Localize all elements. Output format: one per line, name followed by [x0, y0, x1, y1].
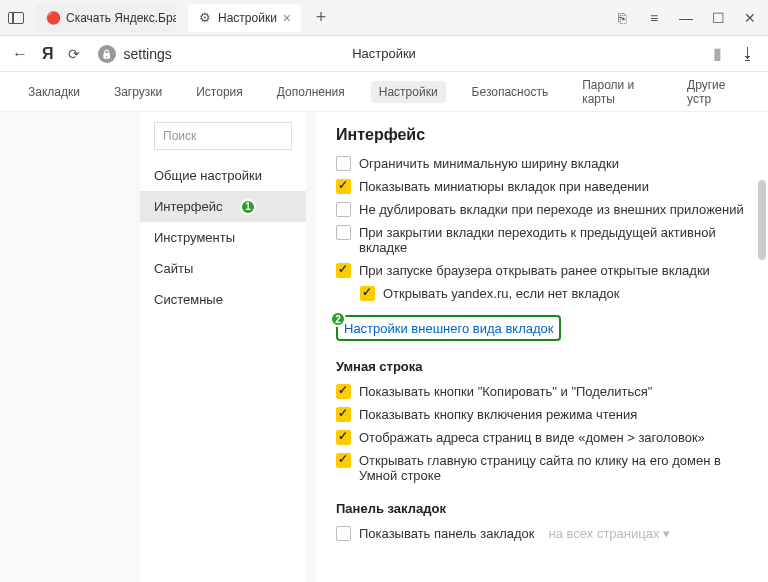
option-label: Показывать кнопки "Копировать" и "Подели… [359, 384, 652, 399]
window-minimize-button[interactable]: — [676, 8, 696, 28]
option-row: При запуске браузера открывать ранее отк… [336, 263, 748, 278]
option-row: Показывать кнопки "Копировать" и "Подели… [336, 384, 748, 399]
option-row: Показывать кнопку включения режима чтени… [336, 407, 748, 422]
option-label: Показывать кнопку включения режима чтени… [359, 407, 637, 422]
option-row: Показывать панель закладок на всех стран… [336, 526, 748, 541]
url-input[interactable]: settings Настройки ▮ [94, 44, 727, 63]
sidebar-item-general[interactable]: Общие настройки [140, 160, 306, 191]
option-label: Открывать главную страницу сайта по клик… [359, 453, 748, 483]
reader-icon[interactable]: ⎘ [612, 8, 632, 28]
option-row: Не дублировать вкладки при переходе из в… [336, 202, 748, 217]
checkbox[interactable] [336, 430, 351, 445]
subnav-passwords[interactable]: Пароли и карты [574, 74, 661, 110]
reload-button[interactable]: ⟳ [68, 46, 80, 62]
window-maximize-button[interactable]: ☐ [708, 8, 728, 28]
settings-favicon [198, 11, 212, 25]
checkbox[interactable] [336, 179, 351, 194]
subnav-security[interactable]: Безопасность [464, 81, 557, 103]
option-row: Ограничить минимальную ширину вкладки [336, 156, 748, 171]
tab-label: Скачать Яндекс.Браузер д [66, 11, 176, 25]
content-area: Поиск Общие настройки Интерфейс 1 Инстру… [0, 112, 768, 582]
option-label: Показывать миниатюры вкладок при наведен… [359, 179, 649, 194]
url-text: settings [124, 46, 172, 62]
titlebar: 🔴 Скачать Яндекс.Браузер д Настройки × +… [0, 0, 768, 36]
option-label: Ограничить минимальную ширину вкладки [359, 156, 619, 171]
sidebar-item-sites[interactable]: Сайты [140, 253, 306, 284]
sidebar-item-interface[interactable]: Интерфейс 1 [140, 191, 306, 222]
option-label: Не дублировать вкладки при переходе из в… [359, 202, 744, 217]
option-row: Открывать yandex.ru, если нет вкладок [360, 286, 748, 301]
tab-1[interactable]: 🔴 Скачать Яндекс.Браузер д [36, 4, 176, 32]
option-label: Показывать панель закладок [359, 526, 535, 541]
panel-toggle-icon[interactable] [8, 12, 24, 24]
back-button[interactable]: ← [12, 45, 28, 63]
address-bar: ← Я ⟳ settings Настройки ▮ ⭳ [0, 36, 768, 72]
bookmark-icon[interactable]: ▮ [713, 44, 722, 63]
option-label: При запуске браузера открывать ранее отк… [359, 263, 710, 278]
subnav-downloads[interactable]: Загрузки [106, 81, 170, 103]
checkbox[interactable] [336, 384, 351, 399]
checkbox[interactable] [336, 225, 351, 240]
annotation-badge-1: 1 [240, 199, 256, 215]
annotation-badge-2: 2 [330, 311, 346, 327]
checkbox[interactable] [360, 286, 375, 301]
subnav-bookmarks[interactable]: Закладки [20, 81, 88, 103]
subnav-extensions[interactable]: Дополнения [269, 81, 353, 103]
tab-appearance-link[interactable]: Настройки внешнего вида вкладок [344, 321, 553, 336]
yandex-favicon: 🔴 [46, 11, 60, 25]
subnav-history[interactable]: История [188, 81, 251, 103]
option-row: Отображать адреса страниц в виде «домен … [336, 430, 748, 445]
sidebar-item-system[interactable]: Системные [140, 284, 306, 315]
checkbox[interactable] [336, 263, 351, 278]
subnav-settings[interactable]: Настройки [371, 81, 446, 103]
close-tab-icon[interactable]: × [283, 10, 291, 26]
subsection-title: Панель закладок [336, 501, 748, 516]
settings-sidebar: Поиск Общие настройки Интерфейс 1 Инстру… [140, 112, 306, 582]
settings-main: Интерфейс Ограничить минимальную ширину … [316, 112, 768, 582]
sidebar-item-tools[interactable]: Инструменты [140, 222, 306, 253]
new-tab-button[interactable]: + [309, 6, 333, 30]
highlighted-link: 2 Настройки внешнего вида вкладок [336, 315, 561, 341]
subsection-title: Умная строка [336, 359, 748, 374]
checkbox[interactable] [336, 526, 351, 541]
downloads-button[interactable]: ⭳ [740, 45, 756, 63]
page-title: Настройки [352, 46, 416, 61]
scrollbar-thumb[interactable] [758, 180, 766, 260]
tab-label: Настройки [218, 11, 277, 25]
tab-2[interactable]: Настройки × [188, 4, 301, 32]
menu-icon[interactable]: ≡ [644, 8, 664, 28]
option-label: Открывать yandex.ru, если нет вкладок [383, 286, 619, 301]
window-close-button[interactable]: ✕ [740, 8, 760, 28]
checkbox[interactable] [336, 156, 351, 171]
section-title: Интерфейс [336, 126, 748, 144]
checkbox[interactable] [336, 453, 351, 468]
sidebar-item-label: Интерфейс [154, 199, 222, 214]
checkbox[interactable] [336, 407, 351, 422]
settings-subnav: Закладки Загрузки История Дополнения Нас… [0, 72, 768, 112]
disabled-dropdown: на всех страницах ▾ [549, 526, 670, 541]
option-row: Открывать главную страницу сайта по клик… [336, 453, 748, 483]
checkbox[interactable] [336, 202, 351, 217]
option-label: Отображать адреса страниц в виде «домен … [359, 430, 705, 445]
yandex-home-button[interactable]: Я [42, 45, 54, 63]
lock-icon [98, 45, 116, 63]
option-label: При закрытии вкладки переходить к предыд… [359, 225, 748, 255]
option-row: Показывать миниатюры вкладок при наведен… [336, 179, 748, 194]
option-row: При закрытии вкладки переходить к предыд… [336, 225, 748, 255]
subnav-other[interactable]: Другие устр [679, 74, 748, 110]
settings-search-input[interactable]: Поиск [154, 122, 292, 150]
